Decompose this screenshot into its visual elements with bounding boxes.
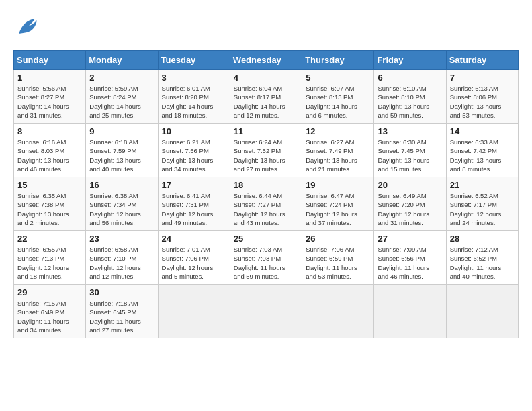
- calendar-cell: 4Sunrise: 6:04 AMSunset: 8:17 PMDaylight…: [230, 70, 302, 124]
- calendar-table: SundayMondayTuesdayWednesdayThursdayFrid…: [13, 50, 519, 338]
- day-number: 28: [450, 234, 515, 244]
- calendar-cell: 20Sunrise: 6:49 AMSunset: 7:20 PMDayligh…: [374, 177, 446, 231]
- calendar-cell: 6Sunrise: 6:10 AMSunset: 8:10 PMDaylight…: [374, 70, 446, 124]
- logo: [13, 13, 43, 44]
- day-detail: Sunrise: 7:18 AMSunset: 6:45 PMDaylight:…: [89, 299, 154, 334]
- day-number: 23: [89, 234, 154, 244]
- calendar-cell: 13Sunrise: 6:30 AMSunset: 7:45 PMDayligh…: [374, 124, 446, 177]
- day-number: 6: [378, 73, 442, 83]
- day-detail: Sunrise: 6:58 AMSunset: 7:10 PMDaylight:…: [89, 245, 154, 281]
- day-number: 27: [378, 234, 442, 244]
- day-detail: Sunrise: 6:21 AMSunset: 7:56 PMDaylight:…: [162, 138, 226, 173]
- day-number: 11: [234, 126, 298, 136]
- day-detail: Sunrise: 6:35 AMSunset: 7:38 PMDaylight:…: [17, 191, 82, 227]
- day-detail: Sunrise: 6:01 AMSunset: 8:20 PMDaylight:…: [162, 84, 226, 120]
- calendar-header-row: SundayMondayTuesdayWednesdayThursdayFrid…: [14, 51, 519, 70]
- calendar-cell: 24Sunrise: 7:01 AMSunset: 7:06 PMDayligh…: [158, 231, 230, 285]
- calendar-cell: 12Sunrise: 6:27 AMSunset: 7:49 PMDayligh…: [302, 124, 374, 177]
- calendar-day-header: Monday: [86, 51, 158, 70]
- day-number: 15: [17, 180, 82, 190]
- day-number: 10: [162, 126, 226, 136]
- calendar-cell: 8Sunrise: 6:16 AMSunset: 8:03 PMDaylight…: [14, 124, 86, 177]
- day-detail: Sunrise: 6:16 AMSunset: 8:03 PMDaylight:…: [17, 138, 82, 173]
- calendar-cell: 9Sunrise: 6:18 AMSunset: 7:59 PMDaylight…: [86, 124, 158, 177]
- calendar-cell: 10Sunrise: 6:21 AMSunset: 7:56 PMDayligh…: [158, 124, 230, 177]
- calendar-cell: 26Sunrise: 7:06 AMSunset: 6:59 PMDayligh…: [302, 231, 374, 285]
- day-detail: Sunrise: 6:44 AMSunset: 7:27 PMDaylight:…: [234, 191, 298, 227]
- day-detail: Sunrise: 5:56 AMSunset: 8:27 PMDaylight:…: [17, 84, 82, 120]
- day-detail: Sunrise: 7:01 AMSunset: 7:06 PMDaylight:…: [162, 245, 226, 281]
- calendar-cell: 22Sunrise: 6:55 AMSunset: 7:13 PMDayligh…: [14, 231, 86, 285]
- day-number: 12: [306, 126, 370, 136]
- page-header: [13, 13, 519, 44]
- calendar-cell: 7Sunrise: 6:13 AMSunset: 8:06 PMDaylight…: [446, 70, 518, 124]
- calendar-cell: 3Sunrise: 6:01 AMSunset: 8:20 PMDaylight…: [158, 70, 230, 124]
- calendar-cell: 25Sunrise: 7:03 AMSunset: 7:03 PMDayligh…: [230, 231, 302, 285]
- day-number: 21: [450, 180, 515, 190]
- calendar-day-header: Saturday: [446, 51, 518, 70]
- calendar-cell: 18Sunrise: 6:44 AMSunset: 7:27 PMDayligh…: [230, 177, 302, 231]
- calendar-week-row: 22Sunrise: 6:55 AMSunset: 7:13 PMDayligh…: [14, 231, 519, 285]
- calendar-cell: 29Sunrise: 7:15 AMSunset: 6:49 PMDayligh…: [14, 285, 86, 338]
- calendar-day-header: Friday: [374, 51, 446, 70]
- calendar-week-row: 1Sunrise: 5:56 AMSunset: 8:27 PMDaylight…: [14, 70, 519, 124]
- day-number: 22: [17, 234, 82, 244]
- calendar-day-header: Wednesday: [230, 51, 302, 70]
- day-detail: Sunrise: 7:06 AMSunset: 6:59 PMDaylight:…: [306, 245, 370, 281]
- day-detail: Sunrise: 7:03 AMSunset: 7:03 PMDaylight:…: [234, 245, 298, 281]
- calendar-cell: [158, 285, 230, 338]
- calendar-cell: 21Sunrise: 6:52 AMSunset: 7:17 PMDayligh…: [446, 177, 518, 231]
- day-detail: Sunrise: 6:49 AMSunset: 7:20 PMDaylight:…: [378, 191, 442, 227]
- calendar-cell: 16Sunrise: 6:38 AMSunset: 7:34 PMDayligh…: [86, 177, 158, 231]
- day-detail: Sunrise: 6:18 AMSunset: 7:59 PMDaylight:…: [89, 138, 154, 173]
- calendar-cell: 23Sunrise: 6:58 AMSunset: 7:10 PMDayligh…: [86, 231, 158, 285]
- calendar-day-header: Tuesday: [158, 51, 230, 70]
- day-detail: Sunrise: 6:41 AMSunset: 7:31 PMDaylight:…: [162, 191, 226, 227]
- day-number: 20: [378, 180, 442, 190]
- calendar-week-row: 29Sunrise: 7:15 AMSunset: 6:49 PMDayligh…: [14, 285, 519, 338]
- calendar-cell: 19Sunrise: 6:47 AMSunset: 7:24 PMDayligh…: [302, 177, 374, 231]
- day-detail: Sunrise: 7:09 AMSunset: 6:56 PMDaylight:…: [378, 245, 442, 281]
- calendar-cell: [302, 285, 374, 338]
- day-number: 25: [234, 234, 298, 244]
- logo-icon: [13, 13, 40, 44]
- day-detail: Sunrise: 6:07 AMSunset: 8:13 PMDaylight:…: [306, 84, 370, 120]
- calendar-cell: 30Sunrise: 7:18 AMSunset: 6:45 PMDayligh…: [86, 285, 158, 338]
- calendar-day-header: Sunday: [14, 51, 86, 70]
- calendar-cell: 11Sunrise: 6:24 AMSunset: 7:52 PMDayligh…: [230, 124, 302, 177]
- calendar-body: 1Sunrise: 5:56 AMSunset: 8:27 PMDaylight…: [14, 70, 519, 338]
- day-detail: Sunrise: 6:04 AMSunset: 8:17 PMDaylight:…: [234, 84, 298, 120]
- day-number: 5: [306, 73, 370, 83]
- day-detail: Sunrise: 6:13 AMSunset: 8:06 PMDaylight:…: [450, 84, 515, 120]
- day-detail: Sunrise: 7:12 AMSunset: 6:52 PMDaylight:…: [450, 245, 515, 281]
- day-detail: Sunrise: 6:47 AMSunset: 7:24 PMDaylight:…: [306, 191, 370, 227]
- calendar-week-row: 8Sunrise: 6:16 AMSunset: 8:03 PMDaylight…: [14, 124, 519, 177]
- day-detail: Sunrise: 6:10 AMSunset: 8:10 PMDaylight:…: [378, 84, 442, 120]
- calendar-week-row: 15Sunrise: 6:35 AMSunset: 7:38 PMDayligh…: [14, 177, 519, 231]
- day-number: 7: [450, 73, 515, 83]
- day-number: 13: [378, 126, 442, 136]
- day-number: 24: [162, 234, 226, 244]
- calendar-cell: 28Sunrise: 7:12 AMSunset: 6:52 PMDayligh…: [446, 231, 518, 285]
- day-detail: Sunrise: 6:33 AMSunset: 7:42 PMDaylight:…: [450, 138, 515, 173]
- day-number: 2: [89, 73, 154, 83]
- calendar-cell: 5Sunrise: 6:07 AMSunset: 8:13 PMDaylight…: [302, 70, 374, 124]
- calendar-cell: 27Sunrise: 7:09 AMSunset: 6:56 PMDayligh…: [374, 231, 446, 285]
- day-number: 4: [234, 73, 298, 83]
- day-detail: Sunrise: 7:15 AMSunset: 6:49 PMDaylight:…: [17, 299, 82, 334]
- calendar-cell: [446, 285, 518, 338]
- calendar-cell: 2Sunrise: 5:59 AMSunset: 8:24 PMDaylight…: [86, 70, 158, 124]
- day-detail: Sunrise: 6:52 AMSunset: 7:17 PMDaylight:…: [450, 191, 515, 227]
- day-number: 9: [89, 126, 154, 136]
- day-number: 17: [162, 180, 226, 190]
- calendar-cell: 17Sunrise: 6:41 AMSunset: 7:31 PMDayligh…: [158, 177, 230, 231]
- calendar-cell: 14Sunrise: 6:33 AMSunset: 7:42 PMDayligh…: [446, 124, 518, 177]
- day-number: 3: [162, 73, 226, 83]
- day-number: 18: [234, 180, 298, 190]
- calendar-cell: [230, 285, 302, 338]
- day-number: 14: [450, 126, 515, 136]
- day-detail: Sunrise: 6:24 AMSunset: 7:52 PMDaylight:…: [234, 138, 298, 173]
- day-number: 26: [306, 234, 370, 244]
- day-detail: Sunrise: 5:59 AMSunset: 8:24 PMDaylight:…: [89, 84, 154, 120]
- day-detail: Sunrise: 6:30 AMSunset: 7:45 PMDaylight:…: [378, 138, 442, 173]
